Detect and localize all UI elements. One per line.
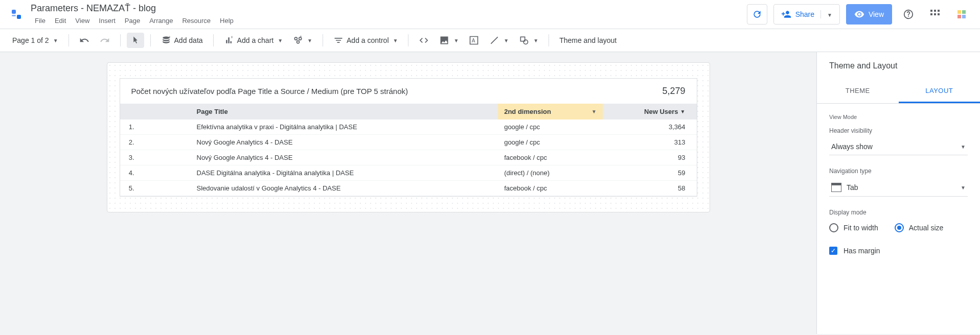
- cell-dimension: facebook / cpc: [498, 181, 603, 196]
- undo-icon: [79, 35, 89, 45]
- refresh-icon: [752, 9, 762, 19]
- menu-arrange[interactable]: Arrange: [145, 16, 177, 26]
- svg-text:A: A: [472, 38, 475, 43]
- shape-button[interactable]: ▼: [515, 32, 542, 49]
- column-dimension[interactable]: 2nd dimension ▼: [498, 104, 603, 119]
- toolbar: Page 1 of 2 ▼ + Add data + Add a chart ▼…: [0, 29, 980, 52]
- share-label: Share: [795, 10, 814, 18]
- account-button[interactable]: [951, 4, 972, 25]
- sidebar-title: Theme and Layout: [817, 52, 980, 80]
- chevron-down-icon: ▼: [591, 109, 597, 114]
- line-icon: [489, 35, 499, 45]
- image-button[interactable]: ▼: [435, 32, 463, 49]
- menu-help[interactable]: Help: [216, 16, 238, 26]
- add-data-button[interactable]: + Add data: [157, 32, 207, 49]
- undo-button[interactable]: [75, 32, 94, 49]
- cursor-icon: [131, 36, 140, 45]
- has-margin-checkbox[interactable]: ✓ Has margin: [829, 247, 968, 255]
- chevron-down-icon: ▼: [278, 38, 283, 43]
- apps-button[interactable]: [925, 4, 945, 25]
- chart-icon: +: [224, 35, 234, 45]
- person-add-icon: [781, 9, 791, 19]
- view-button[interactable]: View: [846, 4, 892, 25]
- radio-actual-size[interactable]: Actual size: [895, 223, 944, 232]
- navigation-type-label: Navigation type: [829, 167, 968, 175]
- cell-new-users: 59: [603, 165, 697, 181]
- chevron-down-icon: ▼: [53, 38, 58, 43]
- chevron-down-icon: ▼: [961, 144, 966, 150]
- share-dropdown[interactable]: ▼: [821, 10, 832, 18]
- display-mode-label: Display mode: [829, 209, 968, 216]
- checkbox-checked-icon: ✓: [829, 247, 837, 255]
- chevron-down-icon: ▼: [453, 38, 459, 43]
- view-mode-section: View Mode: [829, 114, 968, 120]
- cell-dimension: facebook / cpc: [498, 150, 603, 165]
- svg-rect-10: [962, 10, 966, 14]
- menu-edit[interactable]: Edit: [51, 16, 70, 26]
- menu-insert[interactable]: Insert: [95, 16, 120, 26]
- column-new-users[interactable]: New Users ▼: [603, 104, 697, 119]
- table-row[interactable]: 4. DASE Digitálna analytika - Digitálna …: [120, 165, 697, 181]
- logo[interactable]: [8, 6, 25, 22]
- table-chart[interactable]: Počet nových užívateľov podľa Page Title…: [120, 78, 697, 197]
- cell-new-users: 93: [603, 150, 697, 165]
- header-visibility-label: Header visibility: [829, 127, 968, 134]
- menu-resource[interactable]: Resource: [178, 16, 215, 26]
- database-icon: +: [161, 35, 171, 45]
- chevron-down-icon: ▼: [307, 38, 312, 43]
- help-button[interactable]: [898, 4, 919, 25]
- report-canvas[interactable]: Počet nových užívateľov podľa Page Title…: [107, 62, 710, 212]
- add-control-button[interactable]: Add a control ▼: [329, 32, 402, 49]
- code-icon: [419, 35, 429, 45]
- theme-layout-button[interactable]: Theme and layout: [555, 33, 621, 47]
- chevron-down-icon: ▼: [504, 38, 509, 43]
- cell-dimension: google / cpc: [498, 119, 603, 135]
- svg-rect-8: [938, 13, 940, 15]
- text-button[interactable]: A: [465, 32, 483, 49]
- chevron-down-icon: ▼: [961, 185, 966, 190]
- select-tool[interactable]: [127, 33, 144, 48]
- shape-icon: [519, 35, 529, 45]
- filter-icon: [333, 35, 344, 45]
- group-icon: +: [293, 35, 303, 45]
- share-button[interactable]: Share ▼: [773, 4, 840, 25]
- svg-rect-5: [938, 10, 940, 12]
- svg-text:+: +: [231, 35, 233, 40]
- table-row[interactable]: 5. Sledovanie udalostí v Google Analytic…: [120, 181, 697, 196]
- row-index: 2.: [120, 135, 141, 150]
- menu-file[interactable]: File: [31, 16, 50, 26]
- svg-rect-12: [962, 15, 966, 18]
- add-chart-button[interactable]: + Add a chart ▼: [220, 32, 287, 49]
- community-viz-button[interactable]: + ▼: [289, 32, 316, 49]
- refresh-button[interactable]: [747, 4, 767, 25]
- svg-text:+: +: [300, 35, 302, 39]
- svg-text:+: +: [168, 35, 171, 40]
- cell-page-title: Efektívna analytika v praxi - Digitálna …: [141, 119, 498, 135]
- svg-rect-1: [17, 15, 21, 19]
- menu-page[interactable]: Page: [121, 16, 144, 26]
- menu-bar: File Edit View Insert Page Arrange Resou…: [31, 16, 747, 26]
- tab-theme[interactable]: THEME: [817, 80, 899, 103]
- help-icon: [903, 9, 914, 20]
- eye-icon: [854, 9, 864, 19]
- table-row[interactable]: 2. Nový Google Analytics 4 - DASE google…: [120, 135, 697, 150]
- cell-page-title: Sledovanie udalostí v Google Analytics 4…: [141, 181, 498, 196]
- header-visibility-select[interactable]: Always show ▼: [829, 138, 968, 155]
- line-button[interactable]: ▼: [485, 32, 513, 49]
- table-row[interactable]: 3. Nový Google Analytics 4 - DASE facebo…: [120, 150, 697, 165]
- column-page-title[interactable]: Page Title: [141, 104, 498, 119]
- account-icon: [955, 8, 968, 20]
- tab-icon: [831, 183, 841, 192]
- radio-fit-to-width[interactable]: Fit to width: [829, 223, 878, 232]
- table-row[interactable]: 1. Efektívna analytika v praxi - Digitál…: [120, 119, 697, 135]
- navigation-type-select[interactable]: Tab ▼: [829, 179, 968, 197]
- canvas-area[interactable]: Počet nových užívateľov podľa Page Title…: [0, 52, 816, 334]
- redo-button[interactable]: [96, 32, 114, 49]
- doc-title[interactable]: Parameters - NEMAZAŤ - blog: [31, 3, 747, 14]
- tab-layout[interactable]: LAYOUT: [899, 80, 981, 103]
- properties-sidebar: Theme and Layout THEME LAYOUT View Mode …: [816, 52, 980, 334]
- menu-view[interactable]: View: [71, 16, 94, 26]
- page-selector[interactable]: Page 1 of 2 ▼: [8, 33, 62, 47]
- cell-page-title: Nový Google Analytics 4 - DASE: [141, 150, 498, 165]
- embed-button[interactable]: [415, 32, 433, 49]
